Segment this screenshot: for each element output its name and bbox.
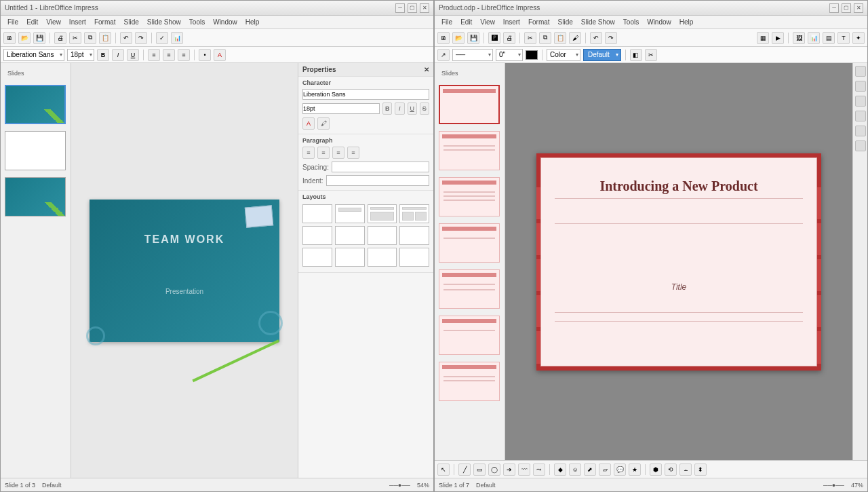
menu-slide[interactable]: Slide [120,18,143,26]
bold-icon[interactable]: B [97,49,109,61]
bullets-icon[interactable]: • [199,49,211,61]
font-color-icon[interactable]: A [214,49,226,61]
fill-color-combo[interactable]: Default [583,49,621,61]
menu-tools[interactable]: Tools [185,18,209,26]
layout-title[interactable] [335,204,365,223]
fill-type-combo[interactable]: Color [547,49,580,61]
layout-11[interactable] [368,248,397,267]
menu-slideshow[interactable]: Slide Show [143,18,185,26]
3d-icon[interactable]: ⬢ [650,463,662,476]
line-icon[interactable]: ╱ [458,463,471,476]
right-titlebar[interactable]: Product.odp - LibreOffice Impress ─ ▢ ✕ [435,1,867,16]
paste-icon[interactable]: 📋 [99,32,111,44]
save-icon[interactable]: 💾 [33,32,45,44]
new-icon[interactable]: 🗎 [3,32,16,44]
copy-icon[interactable]: ⧉ [539,32,551,44]
redo-icon[interactable]: ↷ [135,32,147,44]
zoom-slider[interactable]: ──●── [389,482,410,489]
slide-thumb-1[interactable] [439,85,500,124]
font-size-combo[interactable]: 18pt [67,49,94,61]
menu-window[interactable]: Window [209,18,241,26]
export-pdf-icon[interactable]: 🅿 [488,32,500,44]
font-size-field[interactable] [302,103,380,114]
layout-5[interactable] [302,226,332,245]
gallery-tab-icon[interactable] [855,140,866,151]
underline-icon[interactable]: U [408,102,417,115]
zoom-slider[interactable]: ──●── [823,482,844,489]
menu-window[interactable]: Window [643,18,675,26]
menu-help[interactable]: Help [675,18,698,26]
cut-icon[interactable]: ✂ [524,32,536,44]
layout-10[interactable] [335,248,365,267]
properties-tab-icon[interactable] [855,66,866,77]
symbol-shapes-icon[interactable]: ☺ [569,463,581,476]
minimize-button[interactable]: ─ [395,3,405,13]
copy-icon[interactable]: ⧉ [84,32,96,44]
slide-subtitle-text[interactable]: Title [541,282,816,292]
menu-view[interactable]: View [476,18,499,26]
slide-thumb-5[interactable] [439,269,500,309]
slide-1-content[interactable]: Introducing a New Product Title [536,153,821,371]
font-name-combo[interactable]: Liberation Sans [3,49,64,61]
menu-format[interactable]: Format [524,18,554,26]
status-zoom[interactable]: 54% [417,482,429,489]
undo-icon[interactable]: ↶ [590,32,602,44]
close-button[interactable]: ✕ [854,3,863,13]
rotate-icon[interactable]: ⟲ [665,463,677,476]
insert-image-icon[interactable]: 🖼 [793,32,805,44]
slide-transition-tab-icon[interactable] [855,81,866,92]
curve-icon[interactable]: 〰 [518,463,530,476]
panel-close-icon[interactable]: ✕ [424,66,429,73]
right-canvas[interactable]: Introducing a New Product Title [505,63,852,460]
insert-table-icon[interactable]: ▤ [823,32,835,44]
layout-6[interactable] [335,226,365,245]
navigator-tab-icon[interactable] [855,126,866,136]
fontcolor-icon[interactable]: A [302,117,315,130]
connector-icon[interactable]: ⤳ [533,463,545,476]
slide-thumb-6[interactable] [439,316,500,355]
slide-1-content[interactable]: TEAM WORK Presentation [90,200,279,342]
strike-icon[interactable]: S [420,102,429,115]
animation-tab-icon[interactable] [855,96,866,107]
slide-thumb-2[interactable] [5,131,66,170]
display-grid-icon[interactable]: ▦ [757,32,769,44]
ellipse-icon[interactable]: ◯ [488,463,500,476]
underline-icon[interactable]: U [127,49,139,61]
paste-icon[interactable]: 📋 [554,32,566,44]
new-icon[interactable]: 🗎 [437,32,450,44]
maximize-button[interactable]: ▢ [408,3,417,13]
align-justify-icon[interactable]: ≡ [347,147,359,159]
slide-subtitle-text[interactable]: Presentation [90,288,279,295]
line-style-combo[interactable]: ── [452,49,493,61]
minimize-button[interactable]: ─ [829,3,839,13]
slide-title-text[interactable]: Introducing a New Product [541,178,816,194]
highlight-icon[interactable]: 🖍 [317,117,330,130]
stars-icon[interactable]: ★ [629,463,641,476]
arrange-icon[interactable]: ⬍ [694,463,707,476]
layout-12[interactable] [399,248,429,267]
align-right-icon[interactable]: ≡ [332,147,344,159]
line-color-swatch[interactable] [526,50,538,60]
align-right-icon[interactable]: ≡ [178,49,190,61]
bold-icon[interactable]: B [382,102,392,115]
arrow-icon[interactable]: ↗ [437,49,450,61]
slide-thumb-2[interactable] [439,131,500,170]
start-slideshow-icon[interactable]: ▶ [772,32,784,44]
indent-field[interactable] [326,175,429,186]
insert-textbox-icon[interactable]: T [837,32,850,44]
menu-edit[interactable]: Edit [456,18,476,26]
cut-icon[interactable]: ✂ [69,32,81,44]
left-canvas[interactable]: TEAM WORK Presentation [71,63,298,478]
layout-8[interactable] [399,226,429,245]
slide-thumb-7[interactable] [439,362,500,401]
layout-two-content[interactable] [399,204,429,223]
close-button[interactable]: ✕ [420,3,429,13]
shadow-icon[interactable]: ◧ [630,49,642,61]
spell-icon[interactable]: ✓ [156,32,168,44]
align-left-icon[interactable]: ≡ [148,49,160,61]
insert-chart-icon[interactable]: 📊 [808,32,820,44]
spacing-field[interactable] [332,162,429,172]
arrow-shape-icon[interactable]: ➔ [503,463,515,476]
slide-title-text[interactable]: TEAM WORK [90,233,279,246]
block-arrows-icon[interactable]: ⬈ [584,463,596,476]
